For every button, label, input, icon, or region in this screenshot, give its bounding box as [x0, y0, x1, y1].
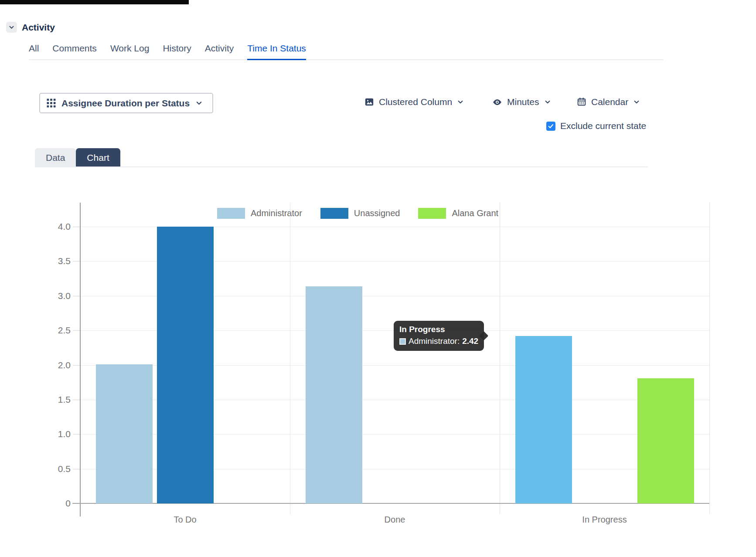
tooltip-row: Administrator: 2.42: [399, 336, 478, 346]
y-axis-tick: [73, 469, 80, 469]
activity-section-header: Activity: [6, 22, 55, 33]
bar-alana-grant-in-progress[interactable]: [637, 378, 694, 503]
y-axis-label: 3.5: [45, 256, 71, 266]
activity-tabs: All Comments Work Log History Activity T…: [29, 43, 663, 60]
tab-comments[interactable]: Comments: [52, 43, 97, 59]
chevron-down-icon: [8, 24, 15, 31]
tab-data[interactable]: Data: [35, 148, 76, 167]
y-axis-tick: [73, 261, 80, 262]
y-axis-tick: [73, 227, 80, 227]
y-axis-label: 0: [45, 498, 71, 509]
top-strip: [0, 0, 189, 4]
eye-icon: [492, 97, 502, 107]
y-axis-label: 1.5: [45, 394, 71, 405]
bar-administrator-done[interactable]: [306, 286, 362, 503]
tooltip-swatch: [399, 338, 406, 345]
image-icon: [364, 97, 374, 107]
calendar-icon: [577, 97, 586, 107]
chart-tooltip: In Progress Administrator: 2.42: [394, 321, 484, 351]
y-axis-label: 0.5: [45, 464, 71, 474]
chevron-down-icon: [544, 98, 551, 105]
exclude-current-state-label: Exclude current state: [560, 121, 646, 131]
tab-activity[interactable]: Activity: [205, 43, 234, 59]
y-axis-line: [80, 203, 81, 516]
y-axis-label: 4.0: [45, 221, 71, 232]
y-axis-label: 2.0: [45, 360, 71, 370]
exclude-current-state-checkbox[interactable]: [546, 122, 555, 131]
x-axis-label: To Do: [80, 515, 290, 525]
tooltip-title: In Progress: [399, 325, 478, 334]
x-axis-label: Done: [290, 515, 500, 525]
tooltip-series-label: Administrator:: [409, 336, 460, 346]
chart-type-dropdown[interactable]: Clustered Column: [364, 97, 464, 107]
legend-swatch: [418, 208, 446, 219]
view-tabs-divider: [35, 166, 648, 167]
collapse-activity-button[interactable]: [6, 22, 17, 33]
bar-administrator-to-do[interactable]: [96, 364, 153, 503]
check-icon: [548, 123, 554, 129]
y-axis-tick: [73, 400, 80, 400]
time-unit-dropdown[interactable]: Minutes: [492, 97, 551, 107]
legend-label: Alana Grant: [452, 208, 498, 218]
report-selector-dropdown[interactable]: Assignee Duration per Status: [39, 93, 213, 113]
grid-icon: [47, 98, 56, 108]
y-axis-label: 2.5: [45, 325, 71, 336]
report-selector-label: Assignee Duration per Status: [61, 98, 190, 109]
legend-swatch: [217, 208, 245, 219]
calendar-mode-dropdown[interactable]: Calendar: [577, 97, 640, 107]
legend-label: Administrator: [251, 208, 302, 218]
chevron-down-icon: [457, 98, 464, 105]
tab-all[interactable]: All: [29, 43, 39, 59]
legend-label: Unassigned: [354, 208, 400, 218]
chart-area: AdministratorUnassignedAlana Grant 00.51…: [0, 185, 756, 534]
view-tabs: Data Chart: [35, 148, 120, 167]
y-axis-label: 1.0: [45, 429, 71, 439]
tab-history[interactable]: History: [163, 43, 191, 59]
y-axis-tick: [73, 296, 80, 296]
bar-unassigned-to-do[interactable]: [157, 227, 214, 503]
tab-time-in-status[interactable]: Time In Status: [247, 43, 306, 59]
legend-swatch: [320, 208, 348, 219]
legend-item-alana-grant[interactable]: Alana Grant: [418, 208, 498, 219]
category-separator: [290, 203, 290, 514]
y-axis-tick: [73, 434, 80, 435]
chart-type-label: Clustered Column: [379, 97, 452, 107]
chevron-down-icon: [633, 98, 640, 105]
calendar-mode-label: Calendar: [591, 97, 628, 107]
tab-chart[interactable]: Chart: [76, 148, 120, 167]
y-axis-tick: [73, 330, 80, 331]
x-axis-label: In Progress: [500, 515, 709, 525]
exclude-current-state-option: Exclude current state: [546, 121, 646, 131]
time-unit-label: Minutes: [507, 97, 539, 107]
y-axis-tick: [73, 365, 80, 366]
tooltip-value: 2.42: [462, 336, 478, 346]
tooltip-arrow: [479, 331, 488, 340]
section-title: Activity: [22, 22, 55, 33]
chart-legend: AdministratorUnassignedAlana Grant: [217, 208, 498, 219]
bar-administrator-in-progress[interactable]: [515, 336, 572, 503]
tab-work-log[interactable]: Work Log: [110, 43, 150, 59]
legend-item-unassigned[interactable]: Unassigned: [320, 208, 400, 219]
y-axis-label: 3.0: [45, 291, 71, 301]
category-separator: [500, 203, 500, 514]
legend-item-administrator[interactable]: Administrator: [217, 208, 302, 219]
chevron-down-icon: [195, 99, 203, 107]
category-separator: [709, 203, 710, 514]
